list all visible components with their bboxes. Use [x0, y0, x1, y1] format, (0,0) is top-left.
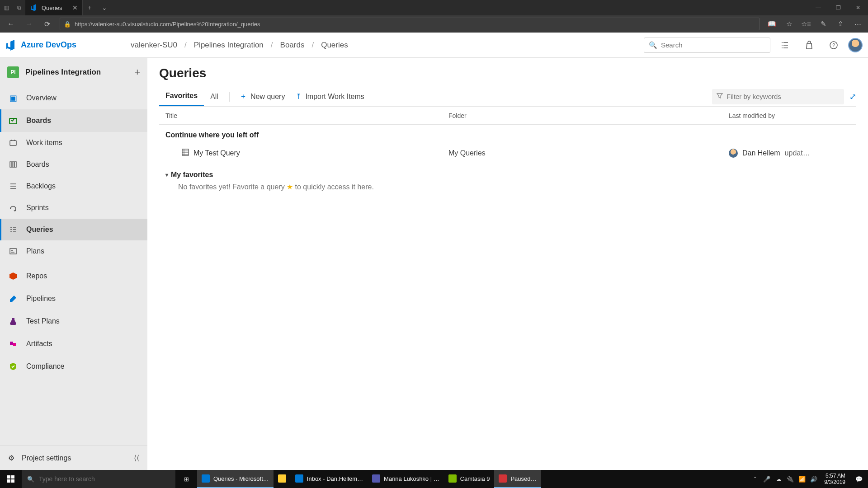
taskbar-search-input[interactable] [39, 475, 170, 483]
new-tab-button[interactable]: + [83, 0, 97, 15]
taskbar-app-outlook[interactable]: Inbox - Dan.Hellem… [291, 470, 368, 488]
sidebar-item-test-plans[interactable]: Test Plans [0, 310, 147, 333]
query-folder: My Queries [448, 149, 729, 157]
tray-onedrive-icon[interactable]: ☁ [773, 470, 784, 488]
notes-icon[interactable]: ✎ [816, 17, 831, 31]
favorites-list-icon[interactable]: ☆≡ [798, 17, 814, 31]
tab-title: Queries [42, 5, 62, 11]
taskbar-clock[interactable]: 5:57 AM 9/3/2019 [820, 473, 850, 485]
main-content: Queries Favorites All ＋ New query ⤒ Impo… [147, 58, 868, 470]
sidebar-item-label: Repos [26, 272, 47, 280]
tab-preview-icon[interactable]: ▥ [0, 0, 13, 15]
sidebar-item-boards[interactable]: Boards [0, 109, 147, 132]
action-center-icon[interactable]: 💬 [850, 470, 868, 488]
sidebar-item-label: Compliance [26, 362, 64, 371]
modified-by-name: Dan Hellem [742, 149, 780, 157]
browser-refresh-button[interactable]: ⟳ [39, 17, 55, 31]
sidebar-item-sprints[interactable]: Sprints [0, 197, 147, 219]
tray-chevron-icon[interactable]: ˄ [749, 470, 761, 488]
project-switcher[interactable]: PI Pipelines Integration + [0, 58, 147, 87]
sidebar-item-work-items[interactable]: Work items [0, 132, 147, 154]
global-search-input[interactable] [661, 41, 765, 49]
taskbar-app-edge[interactable]: Queries - Microsoft… [197, 470, 274, 488]
favorite-star-icon[interactable]: ☆ [781, 17, 797, 31]
sidebar-item-pipelines[interactable]: Pipelines [0, 287, 147, 310]
import-work-items-button[interactable]: ⤒ Import Work Items [290, 87, 369, 106]
tab-aside-icon[interactable]: ⧉ [13, 0, 25, 15]
browser-forward-button[interactable]: → [21, 17, 37, 31]
query-row[interactable]: My Test Query My Queries Dan Hellem upda… [159, 144, 856, 163]
ado-logo[interactable]: Azure DevOps [6, 40, 76, 51]
tray-power-icon[interactable]: 🔌 [784, 470, 796, 488]
window-maximize-button[interactable]: ❐ [828, 0, 848, 15]
task-view-icon[interactable]: ⊞ [175, 470, 197, 488]
tray-mic-icon[interactable]: 🎤 [761, 470, 773, 488]
breadcrumb-area[interactable]: Boards [280, 41, 305, 50]
browser-address-bar: ← → ⟳ 🔒 📖 ☆ ☆≡ ✎ ⇪ ⋯ [0, 15, 868, 33]
window-close-button[interactable]: ✕ [848, 0, 868, 15]
work-items-list-icon[interactable] [775, 35, 795, 55]
camtasia-icon [448, 474, 457, 483]
svg-rect-3 [10, 141, 16, 145]
share-icon[interactable]: ⇪ [833, 17, 848, 31]
sidebar-item-repos[interactable]: Repos [0, 265, 147, 287]
sidebar: PI Pipelines Integration + ▣ Overview Bo… [0, 58, 147, 470]
sidebar-item-queries[interactable]: Queries [0, 219, 147, 240]
tab-all[interactable]: All [204, 87, 225, 106]
project-name: Pipelines Integration [25, 68, 128, 77]
collapse-sidebar-icon[interactable]: ⟨⟨ [134, 454, 139, 462]
sidebar-item-plans[interactable]: Plans [0, 240, 147, 262]
tab-favorites[interactable]: Favorites [159, 87, 204, 106]
taskbar-search[interactable]: 🔍 [22, 470, 175, 488]
breadcrumb-org[interactable]: valenker-SU0 [131, 41, 177, 50]
filter-input[interactable] [726, 93, 840, 100]
sidebar-item-compliance[interactable]: Compliance [0, 355, 147, 378]
taskbar-app-label: Marina Lukoshko | … [384, 475, 439, 482]
overview-icon: ▣ [8, 93, 18, 103]
filter-box[interactable] [712, 89, 844, 104]
breadcrumb-page[interactable]: Queries [321, 41, 348, 50]
taskbar-app-explorer[interactable] [274, 470, 291, 488]
column-header-folder[interactable]: Folder [448, 112, 729, 119]
favorites-section-header[interactable]: ▾ My favorites [159, 163, 856, 183]
project-settings[interactable]: ⚙ Project settings ⟨⟨ [0, 446, 147, 470]
browser-tab[interactable]: Queries ✕ [25, 0, 83, 15]
taskbar-app-teams[interactable]: Marina Lukoshko | … [368, 470, 444, 488]
help-icon[interactable]: ? [824, 35, 844, 55]
window-minimize-button[interactable]: — [808, 0, 828, 15]
reading-view-icon[interactable]: 📖 [764, 17, 779, 31]
url-box[interactable]: 🔒 [60, 18, 760, 30]
taskbar: 🔍 ⊞ Queries - Microsoft… Inbox - Dan.Hel… [0, 470, 868, 488]
new-query-button[interactable]: ＋ New query [234, 87, 290, 106]
column-header-modified[interactable]: Last modified by [729, 112, 856, 119]
tray-volume-icon[interactable]: 🔊 [808, 470, 820, 488]
sidebar-item-overview[interactable]: ▣ Overview [0, 87, 147, 109]
taskbar-app-recorder[interactable]: Paused… [494, 470, 541, 488]
ado-header: Azure DevOps valenker-SU0 / Pipelines In… [0, 33, 868, 58]
marketplace-icon[interactable] [799, 35, 819, 55]
sidebar-item-artifacts[interactable]: Artifacts [0, 333, 147, 355]
tray-wifi-icon[interactable]: 📶 [796, 470, 808, 488]
user-avatar[interactable] [848, 38, 863, 52]
continue-section-title: Continue where you left off [159, 125, 856, 144]
browser-titlebar: ▥ ⧉ Queries ✕ + ⌄ — ❐ ✕ [0, 0, 868, 15]
browser-back-button[interactable]: ← [3, 17, 19, 31]
chevron-down-icon: ▾ [165, 172, 168, 178]
add-icon[interactable]: + [134, 66, 140, 78]
artifacts-icon [8, 339, 18, 349]
expand-icon[interactable]: ⤢ [849, 92, 856, 102]
svg-rect-13 [7, 479, 10, 483]
url-input[interactable] [75, 21, 755, 28]
tab-close-icon[interactable]: ✕ [72, 4, 78, 11]
sidebar-item-boards-sub[interactable]: Boards [0, 154, 147, 175]
breadcrumb-project[interactable]: Pipelines Integration [194, 41, 264, 50]
global-search[interactable]: 🔍 [644, 38, 770, 53]
column-header-title[interactable]: Title [159, 112, 448, 119]
start-button[interactable] [0, 470, 22, 488]
plus-icon: ＋ [240, 92, 247, 101]
tab-more-icon[interactable]: ⌄ [97, 0, 112, 15]
taskbar-app-camtasia[interactable]: Camtasia 9 [444, 470, 495, 488]
browser-more-icon[interactable]: ⋯ [850, 17, 865, 31]
sidebar-item-backlogs[interactable]: Backlogs [0, 175, 147, 197]
search-icon: 🔍 [649, 41, 657, 49]
